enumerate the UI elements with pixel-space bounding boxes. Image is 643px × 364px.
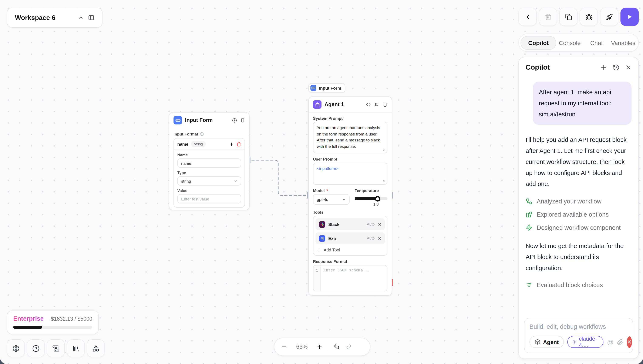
input-format-label: Input Format <box>173 132 245 136</box>
workspace-selector[interactable]: Workspace 6 <box>7 8 102 28</box>
node-agent-1[interactable]: Agent 1 System Prompt You are an agent t… <box>308 96 392 296</box>
user-prompt-label: User Prompt <box>313 157 387 162</box>
input-form-icon <box>310 85 316 91</box>
field-type-badge: string <box>191 141 206 147</box>
tool-mode[interactable]: Auto <box>367 236 375 240</box>
delete-field-button[interactable] <box>237 142 241 146</box>
package-icon <box>535 339 541 345</box>
add-tool-button[interactable]: Add Tool <box>316 246 385 253</box>
node-title: Agent 1 <box>324 102 363 108</box>
code-icon[interactable] <box>366 102 371 107</box>
resize-icon[interactable] <box>382 148 385 152</box>
help-button[interactable] <box>27 339 45 357</box>
connection-source-tag[interactable]: Input Form <box>308 83 345 92</box>
copilot-input-placeholder[interactable]: Build, edit, debug workflows <box>529 323 628 330</box>
chevron-left-icon <box>524 14 531 20</box>
type-select[interactable]: string <box>177 176 241 186</box>
name-input[interactable]: name <box>177 158 241 168</box>
response-format-editor[interactable]: 1 Enter JSON schema... <box>313 265 387 291</box>
debug-button[interactable] <box>580 8 598 26</box>
mode-selector[interactable]: Agent <box>529 336 564 348</box>
usage-card[interactable]: Enterprise $1832.13 / $5000 <box>7 310 99 334</box>
back-button[interactable] <box>518 8 537 26</box>
tool-row-exa[interactable]: Exa Auto <box>316 232 385 244</box>
library-button[interactable] <box>67 339 85 357</box>
undo-button[interactable] <box>333 344 340 350</box>
delete-button[interactable] <box>539 8 557 26</box>
system-prompt-textarea[interactable]: You are an agent that runs analysis on t… <box>313 122 387 153</box>
chevron-up-icon[interactable] <box>76 12 86 23</box>
status-item: Explored available options <box>526 211 631 218</box>
tools-label: Tools <box>313 210 387 214</box>
response-format-label: Response Format <box>313 259 387 264</box>
rocket-icon <box>606 14 613 20</box>
temperature-slider[interactable] <box>355 197 387 200</box>
exa-icon <box>319 235 325 242</box>
usage-progress <box>13 326 92 329</box>
blocks-button[interactable] <box>87 339 105 357</box>
logs-button[interactable] <box>47 339 65 357</box>
stop-button[interactable] <box>627 336 632 348</box>
assistant-message: I'll help you add an API request block a… <box>526 134 631 190</box>
filter-icon <box>526 282 532 288</box>
model-label: Model* <box>313 188 350 193</box>
tool-mode[interactable]: Auto <box>367 222 375 226</box>
zap-icon <box>526 224 532 231</box>
history-button[interactable] <box>613 64 620 71</box>
new-chat-button[interactable] <box>600 64 607 71</box>
info-icon[interactable] <box>232 118 237 122</box>
sidebar-toggle-icon[interactable] <box>86 12 96 23</box>
deploy-button[interactable] <box>600 8 618 26</box>
copilot-input-box[interactable]: Build, edit, debug workflows Agent claud… <box>524 318 633 354</box>
close-button[interactable] <box>625 64 631 70</box>
run-button[interactable] <box>620 8 639 26</box>
panel-icon[interactable] <box>240 118 245 122</box>
trash-icon <box>545 14 551 20</box>
add-field-button[interactable] <box>229 142 234 146</box>
redo-button[interactable] <box>346 344 352 350</box>
zoom-controls: 63% <box>274 338 370 356</box>
mention-icon[interactable]: @ <box>607 338 613 346</box>
zoom-out-button[interactable] <box>281 344 288 350</box>
model-select[interactable]: gpt-4o <box>313 194 350 205</box>
user-prompt-textarea[interactable]: <inputform> <box>313 163 387 185</box>
resize-icon[interactable] <box>382 179 385 183</box>
library-icon <box>72 345 79 352</box>
copilot-panel: Copilot After agent 1, make an api reque… <box>518 57 639 359</box>
value-input[interactable]: Enter test value <box>177 194 241 204</box>
history-icon <box>613 64 620 71</box>
model-selector[interactable]: claude-4.... <box>567 336 604 348</box>
blocks-icon <box>526 211 532 218</box>
remove-tool-icon[interactable] <box>378 236 381 240</box>
minus-icon <box>281 344 288 350</box>
close-icon <box>627 339 632 344</box>
gear-icon <box>12 345 19 352</box>
usage-progress-fill <box>13 326 42 329</box>
tab-chat[interactable]: Chat <box>583 36 610 50</box>
tool-row-slack[interactable]: Slack Auto <box>316 218 385 230</box>
chevron-down-icon <box>234 179 237 183</box>
tab-variables[interactable]: Variables <box>610 36 637 50</box>
remove-tool-icon[interactable] <box>378 222 381 226</box>
temperature-value: 1.0 <box>373 202 406 206</box>
settings-button[interactable] <box>7 339 25 357</box>
plus-icon <box>600 64 607 71</box>
panel-icon[interactable] <box>383 102 387 107</box>
top-toolbar <box>518 8 639 26</box>
status-item: Designed workflow component <box>526 224 631 231</box>
status-item: Evaluated block choices <box>526 282 631 288</box>
attachment-icon[interactable] <box>617 339 623 345</box>
docs-icon[interactable] <box>374 102 379 107</box>
tab-copilot[interactable]: Copilot <box>521 36 556 50</box>
workflow-icon <box>526 198 532 205</box>
duplicate-button[interactable] <box>559 8 577 26</box>
temperature-thumb[interactable] <box>375 196 380 201</box>
tab-console[interactable]: Console <box>556 36 583 50</box>
usage-amount: $1832.13 / $5000 <box>51 316 92 322</box>
temperature-fill <box>355 197 378 200</box>
brain-icon <box>572 339 576 345</box>
node-input-form[interactable]: Input Form Input Format name string <box>169 112 250 210</box>
zoom-in-button[interactable] <box>316 344 323 350</box>
info-icon <box>200 132 204 136</box>
workflow-canvas[interactable]: Workspace 6 Input Form Input Format <box>0 0 643 364</box>
